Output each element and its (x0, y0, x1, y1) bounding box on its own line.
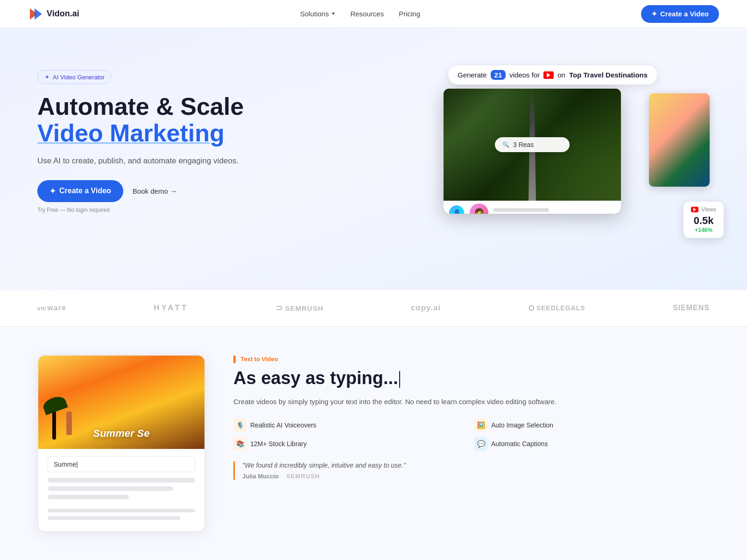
svg-marker-1 (35, 8, 42, 20)
generate-pill: Generate 21 videos for on Top Travel Des… (448, 65, 657, 84)
mockup-title-overlay: Summer Se (93, 427, 149, 440)
mockup-line-4 (48, 509, 195, 512)
palm-tree-icon (52, 402, 56, 440)
testimonial-logo: SEMRUSH (286, 473, 320, 480)
hero-right: Generate 21 videos for on Top Travel Des… (430, 65, 710, 252)
cursor-blink (399, 371, 400, 388)
feature-pills: 🎙️ Realistic AI Voiceovers 🖼️ Auto Image… (233, 419, 710, 450)
logos-bar: vmware HYATT ⊃SEMRUSH copy.ai ⬡ SEEDLEGA… (0, 289, 747, 327)
nav-solutions[interactable]: Solutions (300, 10, 336, 18)
logo-text: Vidon.ai (47, 9, 79, 19)
nav-resources[interactable]: Resources (350, 10, 384, 18)
pill-label-2: Auto Image Selection (491, 421, 553, 429)
nav-pricing[interactable]: Pricing (399, 10, 420, 18)
book-demo-link[interactable]: Book demo → (133, 187, 177, 195)
hero-left: ✦ AI Video Generator Automate & Scale Vi… (37, 56, 244, 213)
logo[interactable]: Vidon.ai (28, 7, 79, 21)
views-badge: Views 0.5k +146% (684, 202, 724, 238)
views-number: 0.5k (691, 215, 716, 227)
pill-stock-library: 📚 12M+ Stock Library (233, 437, 469, 450)
navigation: Vidon.ai Solutions Resources Pricing ✦ C… (0, 0, 747, 28)
views-label-row: Views (691, 206, 716, 213)
mockup-body: Summe| (38, 449, 204, 531)
mockup-input-text: Summe| (54, 461, 78, 468)
youtube-icon (543, 71, 554, 79)
pill-captions: 💬 Automatic Captions (474, 437, 710, 450)
search-text: 3 Reas (513, 141, 534, 148)
testimonial: "We found it incredibly simple, intuitiv… (233, 462, 710, 480)
mockup-line-5 (48, 516, 180, 520)
voiceover-icon: 🎙️ (233, 419, 247, 432)
pill-voiceovers: 🎙️ Realistic AI Voiceovers (233, 419, 469, 432)
hero-actions: ✦ Create a Video Book demo → (37, 180, 244, 202)
logo-vmware: vmware (37, 304, 66, 312)
side-thumbnail (649, 93, 710, 187)
search-bar-overlay: 🔍 3 Reas (495, 137, 570, 152)
feature-tag-text: Text to Video (240, 356, 278, 363)
pill-auto-image: 🖼️ Auto Image Selection (474, 419, 710, 432)
generate-prefix: Generate (458, 71, 487, 79)
views-label: Views (701, 206, 716, 213)
generate-middle: videos for (509, 71, 540, 79)
pill-label-1: Realistic AI Voiceovers (250, 421, 317, 429)
feature-text-block: ▌ Text to Video As easy as typing... Cre… (233, 355, 710, 480)
person-silhouette (66, 412, 72, 435)
logo-siemens: SIEMENS (673, 304, 710, 312)
avatar-main: 👩 (469, 203, 489, 214)
main-video-card: 🔍 3 Reas 👤 👩 (444, 89, 621, 214)
logo-hyatt: HYATT (154, 303, 188, 313)
hero-title-line1: Automate & Scale (37, 93, 244, 120)
feature-title: As easy as typing... (233, 368, 710, 389)
placeholder-lines (493, 208, 549, 214)
yt-play-icon (547, 73, 550, 77)
views-change: +146% (691, 227, 716, 233)
generate-on: on (557, 71, 565, 79)
testimonial-quote: "We found it incredibly simple, intuitiv… (242, 462, 710, 469)
pill-label-4: Automatic Captions (491, 440, 548, 448)
side-thumb-image (649, 93, 710, 187)
star-icon: ✦ (44, 73, 50, 81)
logo-seedlegals: ⬡ SEEDLEGALS (529, 304, 585, 312)
nav-create-video-button[interactable]: ✦ Create a Video (641, 5, 719, 23)
spacer (48, 503, 195, 509)
video-thumbnail: 🔍 3 Reas (444, 89, 621, 201)
hero-title: Automate & Scale Video Marketing (37, 93, 244, 147)
image-icon: 🖼️ (474, 419, 487, 432)
yt-play-small (693, 208, 696, 211)
pill-label-3: 12M+ Stock Library (250, 440, 307, 448)
sparkle-icon: ✦ (651, 10, 657, 18)
sparkle-icon: ✦ (49, 187, 56, 196)
nav-links: Solutions Resources Pricing (300, 10, 420, 18)
captions-icon: 💬 (474, 437, 487, 450)
search-icon: 🔍 (502, 141, 509, 148)
mockup-text-input[interactable]: Summe| (48, 456, 195, 472)
free-note: Try Free — No login required (37, 207, 244, 213)
chevron-down-icon (331, 13, 335, 15)
mockup-line-3 (48, 495, 129, 499)
placeholder-line-1 (493, 208, 549, 212)
hero-subtitle: Use AI to create, publish, and automate … (37, 155, 244, 167)
hero-badge: ✦ AI Video Generator (37, 70, 112, 84)
mockup-thumbnail: Summer Se (38, 356, 204, 449)
avatar-small: 👤 (448, 204, 465, 214)
hero-create-video-button[interactable]: ✦ Create a Video (37, 180, 123, 202)
feature-tag: ▌ Text to Video (233, 356, 278, 363)
logo-icon (28, 7, 43, 21)
mockup-line-2 (48, 486, 173, 491)
yt-icon-small (691, 207, 698, 212)
feature-video-mockup: Summer Se Summe| (37, 355, 205, 532)
cursor-icon: ▌ (233, 356, 238, 363)
generate-topic: Top Travel Destinations (569, 71, 648, 79)
logo-copyai: copy.ai (411, 303, 441, 313)
generate-number: 21 (491, 70, 506, 80)
hero-section: ✦ AI Video Generator Automate & Scale Vi… (0, 28, 747, 289)
feature-description: Create videos by simply typing your text… (233, 396, 710, 407)
testimonial-author: Julia Muccio (242, 473, 279, 480)
features-section: Summer Se Summe| ▌ Text to Video As easy… (0, 327, 747, 560)
library-icon: 📚 (233, 437, 247, 450)
feature-title-text: As easy as typing... (233, 368, 398, 388)
avatar-row: 👤 👩 (448, 203, 549, 214)
hero-title-line2: Video Marketing (37, 120, 244, 147)
mockup-line-1 (48, 478, 195, 483)
logo-semrush: ⊃SEMRUSH (275, 303, 323, 313)
